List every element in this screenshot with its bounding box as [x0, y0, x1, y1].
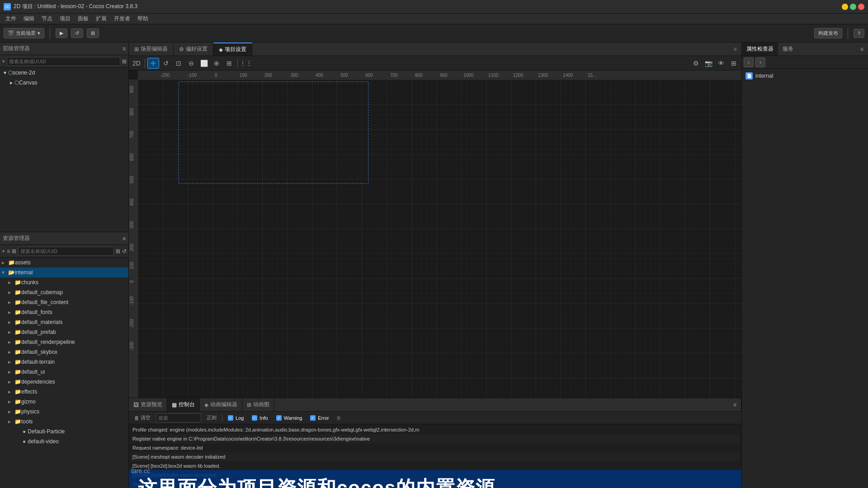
- 2d-mode-button[interactable]: 2D: [131, 58, 142, 69]
- regex-filter-button[interactable]: 正则: [204, 413, 219, 422]
- close-button[interactable]: [858, 4, 864, 10]
- asset-item-ui[interactable]: ▸ 📁 default_ui: [0, 367, 128, 377]
- copy-log-button[interactable]: ⎘: [335, 414, 343, 422]
- grid-content[interactable]: [138, 80, 741, 398]
- scene-canvas[interactable]: -200 -100 0 100 200 300 400 500 600 700 …: [129, 70, 741, 398]
- layout-button[interactable]: ⊞: [87, 28, 99, 38]
- console-output[interactable]: Profile changed: engine (modules.include…: [129, 424, 741, 488]
- editor-tab-menu[interactable]: ≡: [729, 42, 741, 56]
- tree-item-scene2d[interactable]: ▾ ⬡ scene-2d: [0, 68, 128, 78]
- rect-transform-tool[interactable]: ⊕: [211, 58, 222, 69]
- maximize-button[interactable]: [850, 4, 856, 10]
- tab-animation-graph[interactable]: ⊞ 动画图: [242, 398, 274, 411]
- svg-text:400: 400: [316, 73, 323, 78]
- asset-menu-icon[interactable]: ≡: [123, 235, 126, 242]
- window-title: 2D 项目 : Untitled - lesson-02 - Cocos Cre…: [14, 3, 842, 10]
- asset-item-default-particle[interactable]: ● Default-Particle: [0, 427, 128, 436]
- tree-view-button[interactable]: ⊞: [12, 248, 16, 254]
- scale-tool[interactable]: ⊡: [173, 58, 184, 69]
- refresh-button[interactable]: ↺: [71, 28, 83, 38]
- nav-back-button[interactable]: ‹: [744, 57, 754, 67]
- rotate-tool[interactable]: ↺: [160, 58, 172, 69]
- camera-settings[interactable]: 📷: [703, 58, 714, 69]
- gizmo-settings[interactable]: 👁: [715, 58, 727, 69]
- console-line: [Scene] meshopt wasm decoder initialized: [131, 452, 740, 461]
- svg-text:400: 400: [129, 198, 134, 206]
- grid-settings[interactable]: ⚙: [690, 58, 702, 69]
- tab-console[interactable]: ▦ 控制台: [167, 398, 200, 411]
- asset-search[interactable]: [18, 247, 114, 256]
- hierarchy-search[interactable]: [7, 57, 120, 66]
- file-particle-icon: ●: [23, 428, 26, 435]
- asset-item-physics[interactable]: ▸ 📁 physics: [0, 407, 128, 417]
- menu-edit[interactable]: 编辑: [20, 14, 38, 23]
- svg-text:800: 800: [129, 108, 134, 116]
- menu-node[interactable]: 节点: [38, 14, 56, 23]
- add-asset-button[interactable]: +: [2, 248, 5, 254]
- view-tool[interactable]: ⊞: [223, 58, 235, 69]
- play-button[interactable]: ▶: [56, 28, 67, 38]
- asset-item-gizmo[interactable]: ▸ 📁 gizmo: [0, 397, 128, 407]
- anchor-tool[interactable]: ⊖: [185, 58, 197, 69]
- hierarchy-menu-icon[interactable]: ≡: [123, 46, 126, 52]
- help-button[interactable]: ?: [854, 29, 864, 38]
- console-search-input[interactable]: [156, 413, 201, 422]
- asset-item-chunks[interactable]: ▸ 📁 chunks: [0, 277, 128, 287]
- asset-item-prefab[interactable]: ▸ 📁 default_prefab: [0, 327, 128, 337]
- asset-item-renderpipeline[interactable]: ▸ 📁 default_renderpipeline: [0, 337, 128, 347]
- menu-panel[interactable]: 面板: [74, 14, 92, 23]
- clear-console-button[interactable]: 🗑 清空: [132, 413, 153, 422]
- menu-file[interactable]: 文件: [2, 14, 20, 23]
- snap-tool[interactable]: ⋮⋮: [240, 58, 252, 69]
- asset-item-internal[interactable]: ▾ 📂 internal: [0, 267, 128, 277]
- asset-refresh-icon[interactable]: ↺: [122, 248, 127, 254]
- asset-item-file-content[interactable]: ▸ 📁 default_file_content: [0, 297, 128, 307]
- add-node-button[interactable]: +: [2, 58, 5, 65]
- rect-tool[interactable]: ⬜: [198, 58, 210, 69]
- asset-item-skybox[interactable]: ▸ 📁 default_skybox: [0, 347, 128, 357]
- hierarchy-header: 层级管理器 ≡: [0, 42, 128, 55]
- tab-scene-editor[interactable]: ⊞ 场景编辑器: [129, 42, 174, 56]
- asset-item-dependencies[interactable]: ▸ 📁 dependencies: [0, 377, 128, 387]
- svg-text:500: 500: [129, 176, 134, 183]
- tab-preferences[interactable]: ⚙ 偏好设置: [174, 42, 213, 56]
- tab-resource-preview[interactable]: 🖼 资源预览: [129, 398, 167, 411]
- menu-extend[interactable]: 扩展: [92, 14, 110, 23]
- log-filter-button[interactable]: ✓ Log: [225, 414, 246, 422]
- asset-item-terrain[interactable]: ▸ 📁 default-terrain: [0, 357, 128, 367]
- tab-project-settings[interactable]: ◈ 项目设置: [213, 42, 252, 56]
- asset-item-assets[interactable]: ▸ 📁 assets: [0, 258, 128, 267]
- menu-developer[interactable]: 开发者: [110, 14, 134, 23]
- asset-item-cubemap[interactable]: ▸ 📁 default_cubemap: [0, 287, 128, 297]
- info-filter-button[interactable]: ✓ Info: [249, 414, 270, 422]
- asset-item-materials[interactable]: ▸ 📁 default_materials: [0, 317, 128, 327]
- warning-filter-button[interactable]: ✓ Warning: [274, 414, 305, 422]
- asset-filter-icon[interactable]: ⊞: [116, 248, 120, 254]
- nav-forward-button[interactable]: ›: [755, 57, 765, 67]
- error-filter-button[interactable]: ✓ Error: [307, 414, 331, 422]
- list-view-button[interactable]: ≡: [7, 248, 10, 254]
- move-tool[interactable]: ✛: [147, 58, 159, 69]
- tab-animation-editor[interactable]: ◈ 动画编辑器: [200, 398, 242, 411]
- console-menu[interactable]: ≡: [729, 398, 741, 411]
- clear-icon: 🗑: [134, 415, 139, 421]
- asset-item-default-video[interactable]: ● default-video: [0, 436, 128, 446]
- tree-item-canvas[interactable]: ▸ ⬡ Canvas: [0, 78, 128, 88]
- scene-selector[interactable]: 🎬 当前场景 ▾: [4, 28, 44, 38]
- asset-item-effects[interactable]: ▸ 📁 effects: [0, 387, 128, 397]
- inspector-menu[interactable]: ≡: [856, 42, 868, 56]
- asset-item-fonts[interactable]: ▸ 📁 default_fonts: [0, 307, 128, 317]
- scene-settings[interactable]: ⊞: [728, 58, 740, 69]
- console-line: [Scene] [box2d]:box2d wasm lib loaded.: [131, 461, 740, 470]
- menu-help[interactable]: 帮助: [134, 14, 152, 23]
- hierarchy-filter-icon[interactable]: ⊞: [122, 58, 127, 65]
- asset-prefab-label: default_prefab: [21, 329, 56, 335]
- menu-project[interactable]: 项目: [56, 14, 74, 23]
- console-toolbar: 🗑 清空 正则 ✓ Log ✓ Info ✓ Warnin: [129, 412, 741, 424]
- tab-service[interactable]: 服务: [778, 42, 798, 56]
- minimize-button[interactable]: [842, 4, 848, 10]
- publish-button[interactable]: 构建发布: [814, 28, 842, 38]
- tab-inspector[interactable]: 属性检查器: [742, 42, 778, 56]
- toolbar-separator: [50, 28, 50, 39]
- asset-item-tools[interactable]: ▸ 📁 tools: [0, 417, 128, 427]
